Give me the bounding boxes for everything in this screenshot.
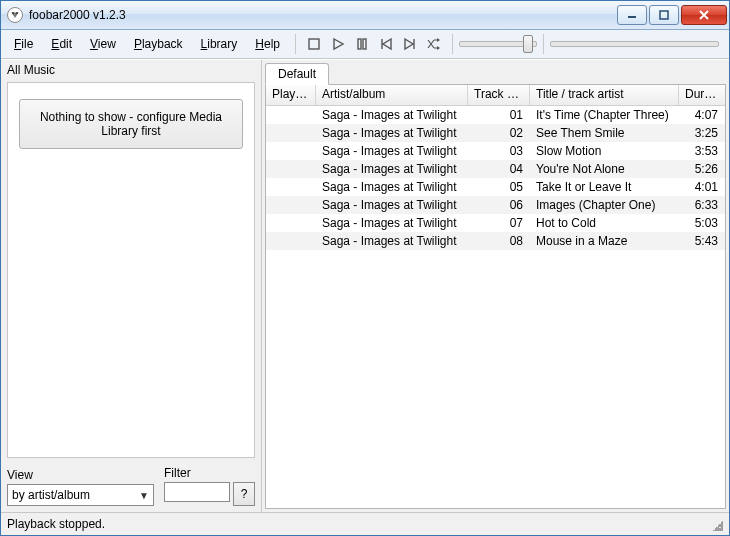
cell-playing: [266, 114, 316, 116]
cell-duration: 5:03: [679, 215, 725, 231]
playlist-header: Playing Artist/album Track no Title / tr…: [266, 85, 725, 106]
toolbar-separator: [295, 34, 296, 54]
play-button[interactable]: [327, 33, 349, 55]
col-duration[interactable]: Dura...: [679, 85, 725, 105]
view-label: View: [7, 468, 154, 482]
view-dropdown[interactable]: by artist/album ▼: [7, 484, 154, 506]
cell-artist: Saga - Images at Twilight: [316, 125, 468, 141]
menu-file[interactable]: File: [5, 33, 42, 55]
playlist-rows[interactable]: Saga - Images at Twilight01It's Time (Ch…: [266, 106, 725, 508]
cell-title: Images (Chapter One): [530, 197, 679, 213]
menu-help[interactable]: Help: [246, 33, 289, 55]
next-button[interactable]: [399, 33, 421, 55]
svg-point-1: [12, 12, 14, 14]
col-artist[interactable]: Artist/album: [316, 85, 468, 105]
cell-playing: [266, 222, 316, 224]
cell-trackno: 07: [468, 215, 530, 231]
cell-duration: 6:33: [679, 197, 725, 213]
library-tree[interactable]: Nothing to show - configure Media Librar…: [7, 82, 255, 458]
svg-rect-7: [363, 39, 366, 49]
table-row[interactable]: Saga - Images at Twilight03Slow Motion3:…: [266, 142, 725, 160]
cell-playing: [266, 132, 316, 134]
cell-artist: Saga - Images at Twilight: [316, 179, 468, 195]
filter-label: Filter: [164, 466, 255, 480]
cell-artist: Saga - Images at Twilight: [316, 233, 468, 249]
table-row[interactable]: Saga - Images at Twilight01It's Time (Ch…: [266, 106, 725, 124]
cell-duration: 4:07: [679, 107, 725, 123]
cell-trackno: 06: [468, 197, 530, 213]
cell-duration: 3:53: [679, 143, 725, 159]
cell-playing: [266, 240, 316, 242]
playlist: Playing Artist/album Track no Title / tr…: [265, 84, 726, 509]
library-empty-button[interactable]: Nothing to show - configure Media Librar…: [19, 99, 243, 149]
cell-title: It's Time (Chapter Three): [530, 107, 679, 123]
col-title[interactable]: Title / track artist: [530, 85, 679, 105]
cell-trackno: 04: [468, 161, 530, 177]
svg-rect-6: [358, 39, 361, 49]
cell-trackno: 03: [468, 143, 530, 159]
cell-duration: 3:25: [679, 125, 725, 141]
cell-artist: Saga - Images at Twilight: [316, 161, 468, 177]
menu-playback[interactable]: Playback: [125, 33, 192, 55]
cell-playing: [266, 204, 316, 206]
table-row[interactable]: Saga - Images at Twilight07Hot to Cold5:…: [266, 214, 725, 232]
stop-button[interactable]: [303, 33, 325, 55]
cell-trackno: 05: [468, 179, 530, 195]
minimize-button[interactable]: [617, 5, 647, 25]
titlebar[interactable]: foobar2000 v1.2.3: [1, 1, 729, 30]
col-trackno[interactable]: Track no: [468, 85, 530, 105]
menu-library[interactable]: Library: [192, 33, 247, 55]
maximize-button[interactable]: [649, 5, 679, 25]
chevron-down-icon: ▼: [139, 490, 149, 501]
menu-view[interactable]: View: [81, 33, 125, 55]
app-window: foobar2000 v1.2.3 File Edit View Playbac…: [0, 0, 730, 536]
cell-artist: Saga - Images at Twilight: [316, 197, 468, 213]
svg-rect-4: [660, 11, 668, 19]
cell-title: Hot to Cold: [530, 215, 679, 231]
svg-point-2: [16, 12, 18, 14]
cell-playing: [266, 150, 316, 152]
window-buttons: [617, 5, 727, 25]
library-pane-header: All Music: [1, 60, 261, 80]
cell-title: Slow Motion: [530, 143, 679, 159]
cell-trackno: 08: [468, 233, 530, 249]
resize-grip[interactable]: [709, 517, 723, 531]
toolbar-separator-3: [543, 34, 544, 54]
table-row[interactable]: Saga - Images at Twilight05Take It or Le…: [266, 178, 725, 196]
col-playing[interactable]: Playing: [266, 85, 316, 105]
library-pane: All Music Nothing to show - configure Me…: [1, 60, 262, 512]
filter-input[interactable]: [164, 482, 230, 502]
svg-rect-5: [309, 39, 319, 49]
prev-button[interactable]: [375, 33, 397, 55]
cell-playing: [266, 168, 316, 170]
table-row[interactable]: Saga - Images at Twilight06Images (Chapt…: [266, 196, 725, 214]
playlist-pane: Default Playing Artist/album Track no Ti…: [262, 60, 729, 512]
filter-help-button[interactable]: ?: [233, 482, 255, 506]
table-row[interactable]: Saga - Images at Twilight08Mouse in a Ma…: [266, 232, 725, 250]
statusbar: Playback stopped.: [1, 512, 729, 535]
table-row[interactable]: Saga - Images at Twilight04You're Not Al…: [266, 160, 725, 178]
window-title: foobar2000 v1.2.3: [29, 8, 126, 22]
random-button[interactable]: [423, 33, 445, 55]
cell-duration: 5:43: [679, 233, 725, 249]
library-controls: View by artist/album ▼ Filter ?: [1, 462, 261, 512]
body: All Music Nothing to show - configure Me…: [1, 59, 729, 512]
cell-artist: Saga - Images at Twilight: [316, 107, 468, 123]
close-button[interactable]: [681, 5, 727, 25]
cell-trackno: 01: [468, 107, 530, 123]
cell-playing: [266, 186, 316, 188]
tab-default[interactable]: Default: [265, 63, 329, 85]
view-dropdown-value: by artist/album: [12, 488, 90, 502]
cell-title: You're Not Alone: [530, 161, 679, 177]
menu-edit[interactable]: Edit: [42, 33, 81, 55]
cell-artist: Saga - Images at Twilight: [316, 143, 468, 159]
cell-artist: Saga - Images at Twilight: [316, 215, 468, 231]
cell-title: See Them Smile: [530, 125, 679, 141]
volume-slider[interactable]: [459, 35, 537, 53]
seek-slider[interactable]: [550, 35, 719, 53]
menubar: File Edit View Playback Library Help: [1, 30, 729, 59]
cell-title: Mouse in a Maze: [530, 233, 679, 249]
cell-title: Take It or Leave It: [530, 179, 679, 195]
table-row[interactable]: Saga - Images at Twilight02See Them Smil…: [266, 124, 725, 142]
pause-button[interactable]: [351, 33, 373, 55]
